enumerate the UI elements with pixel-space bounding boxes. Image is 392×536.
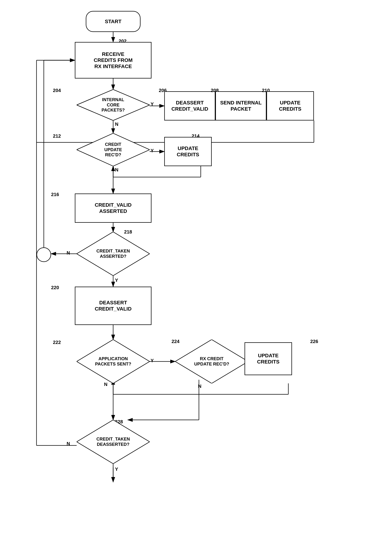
node-206-label: DEASSERTCREDIT_VALID xyxy=(171,100,208,112)
label-222-n: N xyxy=(104,381,107,387)
node-202-label: RECEIVECREDITS FROMRX INTERFACE xyxy=(94,51,132,70)
label-204-y: Y xyxy=(150,101,154,107)
node-206: DEASSERTCREDIT_VALID xyxy=(164,91,215,121)
flowchart-diagram: START 202 RECEIVECREDITS FROMRX INTERFAC… xyxy=(0,0,392,536)
arrow-228-y xyxy=(108,464,122,486)
node-220-label: DEASSERTCREDIT_VALID xyxy=(95,300,132,312)
node-222: APPLICATIONPACKETS SENT? xyxy=(77,339,150,383)
node-214-label: UPDATECREDITS xyxy=(177,145,199,158)
arrows-svg xyxy=(0,0,392,536)
ref-220: 220 xyxy=(51,285,59,291)
node-208-label: SEND INTERNALPACKET xyxy=(220,100,261,112)
node-226-label: UPDATECREDITS xyxy=(257,353,280,365)
node-220: DEASSERTCREDIT_VALID xyxy=(75,287,151,325)
label-224-n: N xyxy=(198,383,201,389)
node-214: UPDATECREDITS xyxy=(164,137,212,166)
node-216: CREDIT_VALIDASSERTED xyxy=(75,193,151,223)
ref-222: 222 xyxy=(53,339,61,345)
node-210-label: UPDATECREDITS xyxy=(279,100,302,112)
node-228: CREDIT_TAKENDEASSERTED? xyxy=(77,420,150,464)
label-204-n: N xyxy=(115,121,118,127)
ref-212: 212 xyxy=(53,133,61,139)
node-208: SEND INTERNALPACKET xyxy=(215,91,266,121)
node-204: INTERNALCOREPACKETS? xyxy=(77,89,150,121)
node-224: RX CREDITUPDATE REC'D? xyxy=(175,339,248,383)
start-node: START xyxy=(86,11,140,32)
ref-204: 204 xyxy=(53,88,61,93)
ref-226: 226 xyxy=(310,339,318,344)
label-218-n: N xyxy=(67,250,70,256)
label-212-n: N xyxy=(115,167,118,173)
node-216-label: CREDIT_VALIDASSERTED xyxy=(95,202,132,214)
label-212-y: Y xyxy=(150,148,154,154)
node-210: UPDATECREDITS xyxy=(266,91,314,121)
small-circle-connector xyxy=(37,247,51,262)
ref-216: 216 xyxy=(51,192,59,197)
start-label: START xyxy=(105,19,121,25)
label-222-y: Y xyxy=(150,358,154,363)
label-228-n: N xyxy=(67,441,70,447)
node-218: CREDIT_TAKENASSERTED? xyxy=(77,232,150,276)
label-218-y: Y xyxy=(115,277,118,283)
node-212: CREDITUPDATEREC'D? xyxy=(77,133,150,166)
node-202: RECEIVECREDITS FROMRX INTERFACE xyxy=(75,42,151,79)
node-226: UPDATECREDITS xyxy=(245,342,292,375)
